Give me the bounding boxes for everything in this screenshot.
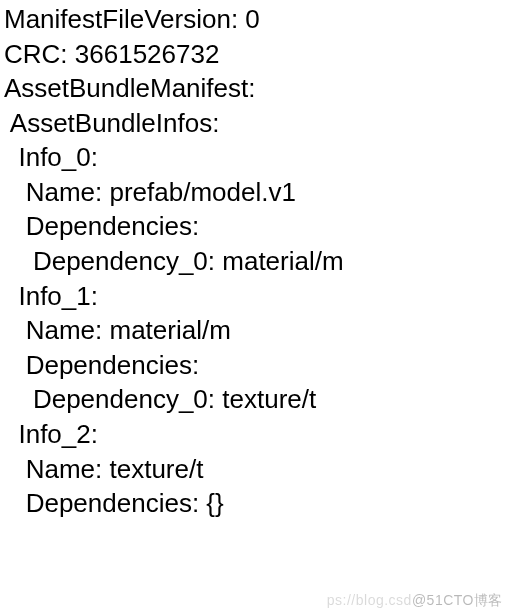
watermark: ps://blog.csd@51CTO博客 [327, 591, 503, 610]
line-info1-deps: Dependencies: [26, 350, 199, 380]
line-crc: CRC: 3661526732 [4, 39, 219, 69]
line-info0-dep0: Dependency_0: material/m [33, 246, 344, 276]
line-info0: Info_0: [18, 142, 98, 172]
line-info0-name: Name: prefab/model.v1 [26, 177, 296, 207]
line-info0-deps: Dependencies: [26, 211, 199, 241]
line-info2: Info_2: [18, 419, 98, 449]
line-info2-deps: Dependencies: {} [26, 488, 224, 518]
line-info1: Info_1: [18, 281, 98, 311]
manifest-text-block: ManifestFileVersion: 0 CRC: 3661526732 A… [0, 0, 509, 521]
line-manifest-version: ManifestFileVersion: 0 [4, 4, 260, 34]
line-info1-name: Name: material/m [26, 315, 231, 345]
line-abm: AssetBundleManifest: [4, 73, 255, 103]
line-info2-name: Name: texture/t [26, 454, 204, 484]
line-abi: AssetBundleInfos: [10, 108, 220, 138]
line-info1-dep0: Dependency_0: texture/t [33, 384, 316, 414]
